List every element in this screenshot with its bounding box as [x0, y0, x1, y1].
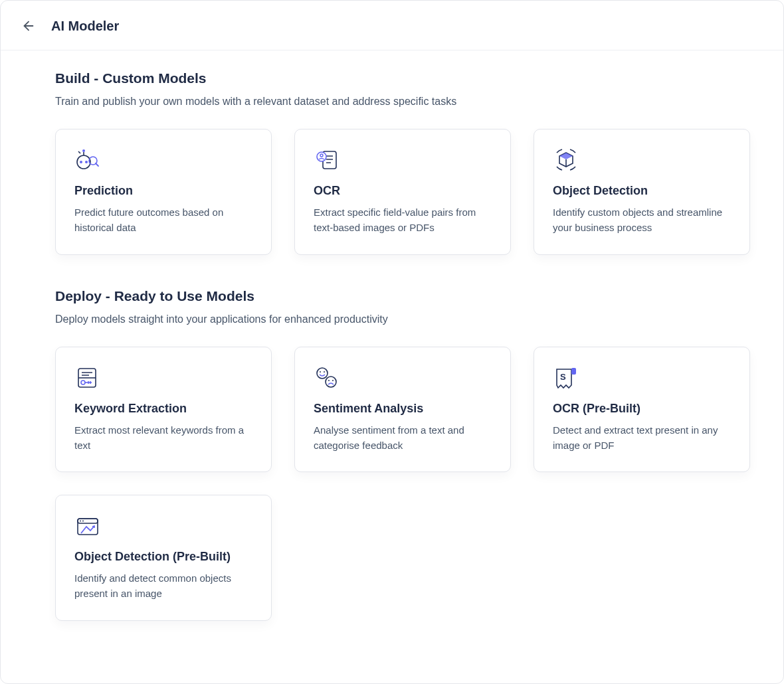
cards-grid: Keyword Extraction Extract most relevant…	[55, 347, 729, 621]
section-title: Deploy - Ready to Use Models	[55, 288, 729, 304]
card-desc: Detect and extract text present in any i…	[553, 422, 731, 454]
card-desc: Identify and detect common objects prese…	[74, 570, 252, 602]
card-ocr-prebuilt[interactable]: S OCR (Pre-Built) Detect and extract tex…	[534, 347, 750, 473]
card-prediction[interactable]: Prediction Predict future outcomes based…	[55, 129, 272, 255]
svg-point-25	[328, 380, 330, 381]
card-object-detection-prebuilt[interactable]: Object Detection (Pre-Built) Identify an…	[55, 495, 272, 621]
section-build: Build - Custom Models Train and publish …	[55, 70, 729, 255]
svg-point-2	[80, 161, 82, 163]
card-title: Keyword Extraction	[74, 402, 252, 416]
prediction-icon	[74, 147, 101, 173]
card-desc: Identify custom objects and streamline y…	[553, 205, 731, 236]
section-title: Build - Custom Models	[55, 70, 729, 86]
sentiment-analysis-icon	[314, 365, 340, 391]
page-container: AI Modeler Build - Custom Models Train a…	[0, 0, 784, 684]
svg-text:S: S	[560, 372, 566, 382]
svg-point-23	[324, 371, 325, 373]
svg-point-32	[82, 521, 84, 522]
section-deploy: Deploy - Ready to Use Models Deploy mode…	[55, 288, 729, 621]
card-title: Sentiment Analysis	[314, 402, 492, 416]
svg-point-31	[80, 521, 81, 522]
cards-grid: Prediction Predict future outcomes based…	[55, 129, 729, 255]
svg-rect-28	[571, 368, 576, 375]
card-desc: Predict future outcomes based on histori…	[74, 205, 252, 236]
keyword-extraction-icon	[74, 365, 101, 391]
card-ocr[interactable]: OCR Extract specific field-value pairs f…	[294, 129, 511, 255]
svg-point-24	[326, 377, 336, 387]
svg-point-26	[332, 380, 334, 381]
svg-point-1	[77, 155, 90, 169]
card-desc: Extract specific field-value pairs from …	[314, 205, 492, 236]
card-desc: Analyse sentiment from a text and catego…	[314, 422, 492, 454]
content-area: Build - Custom Models Train and publish …	[1, 50, 783, 681]
card-title: Object Detection	[553, 184, 731, 198]
object-detection-icon	[553, 147, 579, 173]
card-title: Prediction	[74, 184, 252, 198]
card-desc: Extract most relevant keywords from a te…	[74, 422, 252, 454]
svg-point-4	[82, 149, 85, 152]
svg-line-6	[96, 163, 98, 166]
section-subtitle: Deploy models straight into your applica…	[55, 313, 729, 325]
ocr-prebuilt-icon: S	[553, 365, 579, 391]
object-detection-prebuilt-icon	[74, 513, 101, 539]
card-object-detection[interactable]: Object Detection Identify custom objects…	[534, 129, 750, 255]
card-keyword-extraction[interactable]: Keyword Extraction Extract most relevant…	[55, 347, 272, 473]
svg-point-21	[317, 368, 328, 379]
arrow-left-icon	[21, 19, 36, 33]
card-sentiment-analysis[interactable]: Sentiment Analysis Analyse sentiment fro…	[294, 347, 511, 473]
ocr-icon	[314, 147, 340, 173]
section-subtitle: Train and publish your own models with a…	[55, 96, 729, 108]
back-arrow-button[interactable]	[19, 17, 38, 35]
header: AI Modeler	[1, 1, 783, 50]
svg-point-17	[81, 381, 85, 385]
card-title: OCR	[314, 184, 492, 198]
svg-point-3	[85, 161, 88, 163]
svg-point-22	[320, 371, 321, 373]
card-title: Object Detection (Pre-Built)	[74, 550, 252, 564]
page-title: AI Modeler	[51, 19, 119, 34]
card-title: OCR (Pre-Built)	[553, 402, 731, 416]
